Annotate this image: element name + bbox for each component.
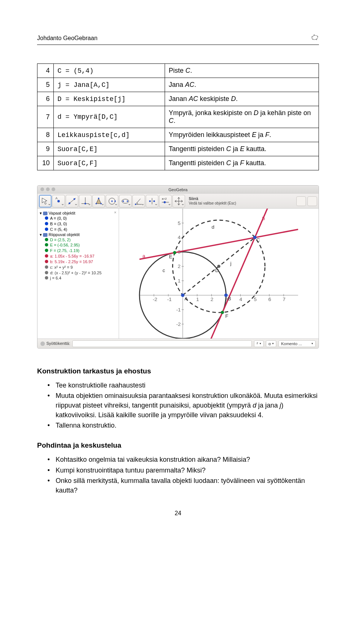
perpendicular-tool[interactable] [79,195,92,207]
svg-point-1 [312,36,313,37]
construction-steps-table: 4C = (5,4)Piste C.5j = Jana[A,C]Jana AC.… [37,63,319,170]
svg-text:F: F [225,313,228,319]
svg-point-15 [96,203,97,204]
algebra-item[interactable]: D = (2.5, 2) [40,237,116,243]
redo-button[interactable] [307,196,317,206]
step-number: 7 [37,106,54,128]
movegraphics-tool[interactable] [172,195,185,207]
svg-text:b: b [262,216,265,221]
svg-point-22 [122,200,124,202]
polygon-tool[interactable] [92,195,105,207]
close-icon[interactable]: × [114,210,116,215]
svg-text:6: 6 [268,297,271,302]
folder-free-objects[interactable]: Vapaat objektit [40,211,116,216]
svg-point-3 [317,36,318,37]
slider-tool[interactable]: a=2 [159,195,172,207]
section-check-list: Tee konstruktiolle raahaustesti Muuta ob… [37,380,319,430]
command-selector[interactable]: Komento ...▾ [278,340,316,347]
tool-hint: Siirrä Vedä tai valitse objektit (Esc) [189,197,236,206]
svg-text:a=2: a=2 [162,197,167,200]
angle-tool[interactable] [132,195,145,207]
algebra-item[interactable]: a: 1.05x - 5.56y = -16.97 [40,254,116,259]
line-tool[interactable] [66,195,78,207]
section-discuss-list: Kohtasitko ongelmia tai vaikeuksia konst… [37,455,319,495]
algebra-item[interactable]: A = (0, 0) [40,216,116,221]
undo-button[interactable] [296,196,306,206]
symbol-selector-2[interactable]: α▾ [266,340,276,347]
svg-text:4: 4 [240,297,243,302]
window-title: GeoGebra [37,186,319,194]
list-item: Kohtasitko ongelmia tai vaikeuksia konst… [37,455,319,464]
svg-point-2 [314,35,315,36]
step-code: j = Jana[A,C] [54,78,165,92]
svg-point-16 [100,203,102,204]
move-tool[interactable] [39,195,52,207]
svg-point-20 [115,200,116,202]
input-label: Syöttökenttä: [40,341,70,346]
step-description: Tangentti pisteiden C ja E kautta. [165,142,319,156]
step-number: 9 [37,142,54,156]
svg-point-5 [312,39,313,40]
algebra-item[interactable]: c: x² + y² = 9 [40,265,116,270]
step-number: 8 [37,128,54,142]
section-check-title: Konstruktion tarkastus ja ehostus [37,367,319,375]
svg-text:5: 5 [254,297,257,302]
svg-text:B: B [228,296,231,301]
svg-text:c: c [162,268,165,273]
toolbar: A a=2 Siirrä Vedä tai valitse objektit (… [37,194,319,209]
circle-tool[interactable] [106,195,118,207]
step-description: Tangentti pisteiden C ja F kautta. [165,156,319,170]
folder-dependent-objects[interactable]: Riippuvat objektit [40,232,116,237]
svg-text:-2: -2 [153,297,157,302]
svg-point-13 [85,203,86,205]
conic-tool[interactable] [119,195,132,207]
svg-point-24 [135,203,136,205]
transform-tool[interactable] [146,195,158,207]
algebra-item[interactable]: E = (-0.56, 2.95) [40,242,116,248]
page-header-title: Johdanto GeoGebraan [37,35,98,42]
svg-line-68 [139,229,298,259]
svg-text:2: 2 [211,297,214,302]
step-number: 6 [37,92,54,106]
svg-point-29 [164,201,166,203]
graphics-view[interactable]: -2-1 1234567 12345 -1-2 [119,209,319,339]
svg-line-69 [209,209,269,339]
svg-text:E: E [169,254,172,259]
list-item: Onko sillä merkitystä, kummalla tavalla … [37,476,319,495]
point-tool[interactable]: A [52,195,65,207]
svg-point-19 [111,200,113,202]
svg-point-74 [173,251,177,254]
symbol-selector-1[interactable]: ²▾ [254,340,264,347]
algebra-item[interactable]: C = (5, 4) [40,227,116,232]
svg-text:2: 2 [178,264,181,269]
svg-text:A: A [56,196,58,200]
section-discuss-title: Pohdintaa ja keskustelua [37,441,319,450]
svg-point-26 [153,200,155,202]
input-field[interactable] [72,340,252,347]
svg-point-17 [98,197,99,199]
svg-marker-14 [96,198,101,203]
svg-point-75 [221,311,224,314]
list-item: Tee konstruktiolle raahaustesti [37,380,319,390]
step-code: C = (5,4) [54,64,165,78]
step-description: Ympyrä, jonka keskipiste on D ja kehän p… [165,106,319,128]
algebra-item[interactable]: F = (2.75, -1.19) [40,248,116,254]
svg-text:1: 1 [196,297,199,302]
svg-text:d: d [212,224,215,230]
input-bar: Syöttökenttä: ²▾ α▾ Komento ...▾ [37,339,319,348]
svg-text:C: C [256,237,260,243]
algebra-item[interactable]: d: (x - 2.5)² + (y - 2)² = 10.25 [40,270,116,276]
algebra-item[interactable]: j = 6.4 [40,275,116,281]
svg-point-4 [316,39,317,40]
step-code: D = Keskipiste[j] [54,92,165,106]
algebra-item[interactable]: B = (3, 0) [40,221,116,227]
list-item: Muuta objektien ominaisuuksia parantaaks… [37,391,319,420]
svg-text:j: j [230,261,231,266]
geogebra-logo-icon [311,33,319,43]
svg-point-23 [127,200,128,202]
svg-text:A: A [184,296,188,301]
algebra-item[interactable]: b: 5.19x - 2.25y = 16.97 [40,259,116,265]
svg-text:-1: -1 [176,307,181,313]
step-number: 10 [37,156,54,170]
svg-text:4: 4 [178,235,181,240]
